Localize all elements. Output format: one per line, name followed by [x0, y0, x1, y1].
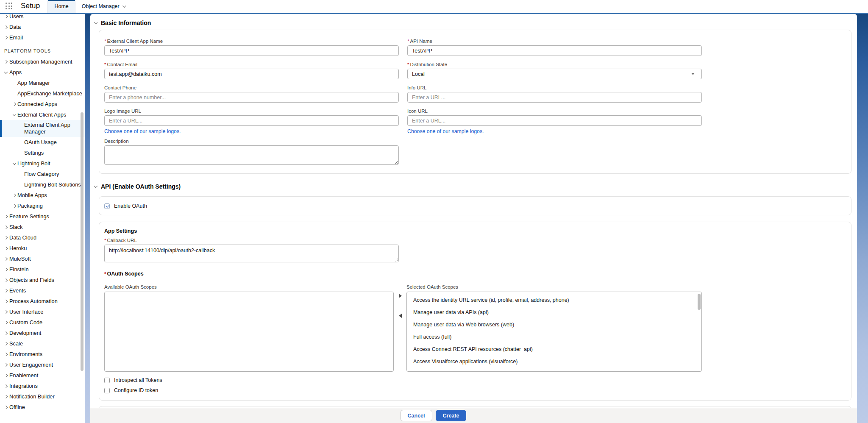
field-label: *Distribution State — [407, 62, 702, 67]
sidebar-item-objects-and-fields[interactable]: Objects and Fields — [0, 275, 85, 285]
tab-home-label: Home — [54, 3, 68, 9]
contact-email-input[interactable] — [104, 69, 399, 79]
sample-logos-link[interactable]: Choose one of our sample logos. — [104, 128, 181, 134]
sidebar-item-lightning-bolt[interactable]: Lightning Bolt — [0, 158, 85, 169]
chevron-down-icon — [691, 73, 695, 75]
introspect-tokens-row[interactable]: Introspect all Tokens — [104, 377, 846, 383]
chevron-right-icon — [4, 214, 8, 218]
sidebar-item-data[interactable]: Data — [0, 22, 85, 32]
sidebar-item-label: Einstein — [9, 266, 29, 273]
section-basic-information[interactable]: Basic Information — [90, 15, 857, 26]
contact-phone-input[interactable] — [104, 92, 399, 103]
cancel-button[interactable]: Cancel — [401, 410, 432, 421]
oauth-scope-option[interactable]: Manage user data via Web browsers (web) — [407, 319, 701, 331]
sidebar-item-development[interactable]: Development — [0, 328, 85, 338]
oauth-scope-option[interactable]: Manage user data via APIs (api) — [407, 306, 701, 319]
chevron-down-icon — [94, 20, 97, 24]
sidebar-item-users[interactable]: Users — [0, 14, 85, 22]
enable-oauth-checkbox-row[interactable]: Enable OAuth — [104, 203, 846, 209]
introspect-all-tokens-checkbox[interactable] — [104, 378, 110, 383]
oauth-scope-option[interactable]: Perform requests at any time (refresh_to… — [407, 368, 701, 372]
info-url-input[interactable] — [407, 92, 702, 103]
sidebar-item-label: Apps — [9, 69, 22, 75]
global-header: Setup Home Object Manager — [0, 0, 868, 13]
left-arrow-icon — [399, 314, 402, 318]
action-footer: Cancel Create — [90, 408, 857, 423]
move-to-available-button[interactable] — [397, 313, 403, 319]
sidebar-item-external-client-app-manager[interactable]: External Client App Manager — [0, 120, 85, 137]
sidebar-item-flow-category[interactable]: Flow Category — [0, 169, 85, 179]
oauth-scope-option[interactable]: Full access (full) — [407, 331, 701, 343]
sidebar-item-external-client-apps[interactable]: External Client Apps — [0, 109, 85, 120]
sidebar-item-mulesoft[interactable]: MuleSoft — [0, 253, 85, 264]
sidebar-item-subscription-management[interactable]: Subscription Management — [0, 56, 85, 67]
sidebar-item-label: Packaging — [17, 203, 43, 209]
sidebar-item-connected-apps[interactable]: Connected Apps — [0, 99, 85, 109]
icon-url-input[interactable] — [407, 115, 702, 126]
sidebar-item-data-cloud[interactable]: Data Cloud — [0, 232, 85, 243]
sidebar-item-einstein[interactable]: Einstein — [0, 264, 85, 275]
oauth-scope-option[interactable]: Access Visualforce applications (visualf… — [407, 356, 701, 368]
chevron-right-icon — [4, 395, 8, 398]
external-client-app-name-input[interactable] — [104, 45, 399, 56]
configure-id-token-row[interactable]: Configure ID token — [104, 387, 846, 393]
field-label: Description — [104, 139, 399, 144]
distribution-state-value: Local — [412, 71, 425, 77]
section-api-oauth-settings[interactable]: API (Enable OAuth Settings) — [90, 179, 857, 190]
sidebar-item-slack[interactable]: Slack — [0, 222, 85, 232]
sidebar-item-heroku[interactable]: Heroku — [0, 243, 85, 253]
create-button[interactable]: Create — [436, 410, 467, 421]
sidebar-item-email[interactable]: Email — [0, 32, 85, 43]
app-launcher-icon[interactable] — [6, 3, 16, 10]
sidebar-item-app-manager[interactable]: App Manager — [0, 78, 85, 88]
tab-object-manager-label: Object Manager — [82, 3, 120, 9]
chevron-right-icon — [4, 14, 8, 18]
sidebar-item-label: Objects and Fields — [9, 277, 54, 283]
sample-logos-link[interactable]: Choose one of our sample logos. — [407, 128, 484, 134]
sidebar-item-oauth-usage[interactable]: OAuth Usage — [0, 137, 85, 147]
configure-id-token-checkbox[interactable] — [104, 388, 110, 393]
sidebar-item-notification-builder[interactable]: Notification Builder — [0, 391, 85, 402]
field-label: *Contact Email — [104, 62, 399, 67]
oauth-scope-option[interactable]: Access the identity URL service (id, pro… — [407, 294, 701, 306]
sidebar-item-appexchange-marketplace[interactable]: AppExchange Marketplace — [0, 88, 85, 99]
chevron-down-icon — [13, 112, 16, 116]
sidebar-item-events[interactable]: Events — [0, 285, 85, 296]
sidebar-item-user-engagement[interactable]: User Engagement — [0, 359, 85, 370]
sidebar-item-integrations[interactable]: Integrations — [0, 381, 85, 391]
sidebar-item-user-interface[interactable]: User Interface — [0, 306, 85, 317]
tab-home[interactable]: Home — [47, 0, 75, 13]
sidebar-item-offline[interactable]: Offline — [0, 402, 85, 412]
tab-object-manager[interactable]: Object Manager — [75, 0, 132, 13]
sidebar-item-label: Settings — [24, 150, 44, 156]
sidebar-scrollbar[interactable] — [81, 112, 83, 371]
sidebar-item-enablement[interactable]: Enablement — [0, 370, 85, 381]
main-panel: Basic Information *External Client App N… — [90, 14, 857, 423]
sidebar-item-packaging[interactable]: Packaging — [0, 200, 85, 211]
description-textarea[interactable] — [104, 145, 399, 165]
chevron-right-icon — [4, 246, 8, 250]
chevron-right-icon — [4, 236, 8, 239]
logo-image-url-input[interactable] — [104, 115, 399, 126]
available-oauth-scopes-list[interactable] — [104, 292, 394, 372]
enable-oauth-checkbox[interactable] — [104, 203, 110, 209]
sidebar-item-label: User Interface — [9, 309, 43, 315]
sidebar-item-label: Offline — [9, 404, 25, 410]
scopes-list-scrollbar[interactable] — [698, 294, 701, 310]
sidebar-item-apps[interactable]: Apps — [0, 67, 85, 78]
selected-oauth-scopes-list[interactable]: Access the identity URL service (id, pro… — [406, 292, 702, 372]
sidebar-item-lightning-bolt-solutions[interactable]: Lightning Bolt Solutions — [0, 179, 85, 190]
distribution-state-select[interactable]: Local — [407, 69, 702, 79]
sidebar-item-scale[interactable]: Scale — [0, 338, 85, 349]
sidebar-item-feature-settings[interactable]: Feature Settings — [0, 211, 85, 222]
move-to-selected-button[interactable] — [397, 293, 403, 299]
callback-url-textarea[interactable]: http://localhost:14100/dip/api/oauth2-ca… — [104, 245, 399, 262]
oauth-scope-option[interactable]: Access Connect REST API resources (chatt… — [407, 343, 701, 356]
sidebar-item-process-automation[interactable]: Process Automation — [0, 296, 85, 306]
api-name-input[interactable] — [407, 45, 702, 56]
sidebar-item-custom-code[interactable]: Custom Code — [0, 317, 85, 328]
sidebar-item-mobile-apps[interactable]: Mobile Apps — [0, 190, 85, 200]
sidebar-item-environments[interactable]: Environments — [0, 349, 85, 359]
sidebar-item-settings[interactable]: Settings — [0, 147, 85, 158]
checkbox-label: Configure ID token — [114, 387, 158, 393]
